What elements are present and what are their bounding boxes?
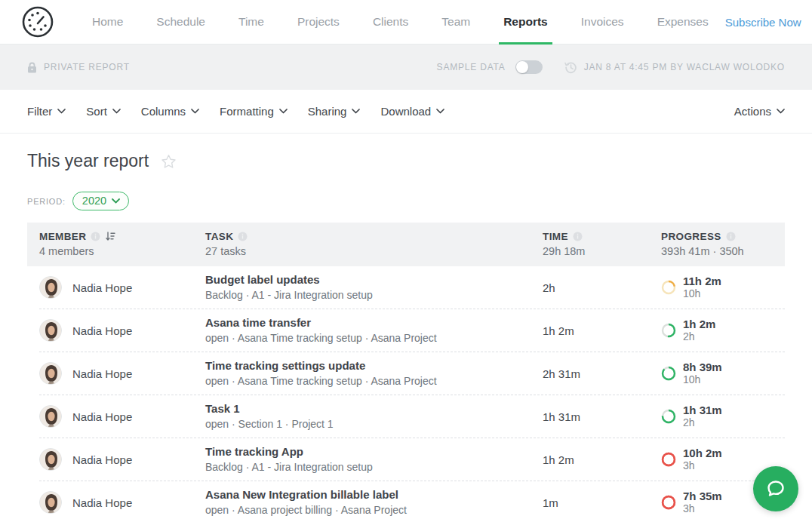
period-select[interactable]: 2020 <box>72 192 129 210</box>
time-cell: 1m <box>543 496 661 509</box>
info-icon[interactable] <box>238 232 248 241</box>
favorite-star-icon[interactable] <box>161 154 177 169</box>
filter-menu[interactable]: Filter <box>27 105 66 118</box>
filter-menu-label: Filter <box>27 105 52 118</box>
progress-summary: 393h 41m · 350h <box>661 245 785 257</box>
progress-budget: 10h <box>683 373 722 386</box>
subscribe-now-link[interactable]: Subscribe Now <box>725 16 801 29</box>
progress-ring-icon <box>661 409 676 424</box>
member-cell[interactable]: Nadia Hope <box>39 491 205 514</box>
nav-item-invoices[interactable]: Invoices <box>564 0 641 45</box>
nav-item-schedule[interactable]: Schedule <box>140 0 222 45</box>
nav-item-projects[interactable]: Projects <box>281 0 356 45</box>
info-icon[interactable] <box>91 232 100 241</box>
table-row[interactable]: Nadia Hope Asana New Integration billabl… <box>39 481 785 519</box>
progress-cell: 11h 2m 10h <box>661 275 785 300</box>
member-name: Nadia Hope <box>72 281 132 294</box>
chevron-down-icon <box>436 109 444 114</box>
report-title[interactable]: This year report <box>27 151 149 171</box>
column-header-time[interactable]: TIME <box>543 231 661 242</box>
task-cell[interactable]: Asana time transfer open · Asana Time tr… <box>205 316 543 345</box>
period-value: 2020 <box>82 195 106 207</box>
task-cell[interactable]: Asana New Integration billable label ope… <box>205 488 543 517</box>
sort-order-icon[interactable] <box>105 232 115 241</box>
task-cell[interactable]: Time tracking settings update open · Asa… <box>205 359 543 388</box>
formatting-menu[interactable]: Formatting <box>220 105 288 118</box>
progress-cell: 8h 39m 10h <box>661 361 785 386</box>
table-row[interactable]: Nadia Hope Budget label updates Backlog … <box>39 266 785 309</box>
nav-item-team[interactable]: Team <box>425 0 487 45</box>
member-avatar <box>39 405 62 428</box>
formatting-menu-label: Formatting <box>220 105 274 118</box>
columns-menu-label: Columns <box>141 105 186 118</box>
member-cell[interactable]: Nadia Hope <box>39 405 205 428</box>
member-cell[interactable]: Nadia Hope <box>39 362 205 385</box>
chat-bubble-icon <box>764 478 787 500</box>
chevron-down-icon <box>112 198 120 204</box>
progress-cell: 1h 31m 2h <box>661 404 785 429</box>
actions-menu-label: Actions <box>734 105 771 118</box>
task-cell[interactable]: Budget label updates Backlog · A1 - Jira… <box>205 273 543 302</box>
nav-item-clients[interactable]: Clients <box>356 0 425 45</box>
sample-data-label: SAMPLE DATA <box>437 62 506 72</box>
table-row[interactable]: Nadia Hope Time tracking settings update… <box>39 352 785 395</box>
nav-item-home[interactable]: Home <box>75 0 140 45</box>
task-cell[interactable]: Time tracking App Backlog · A1 - Jira In… <box>205 445 543 474</box>
member-name: Nadia Hope <box>72 367 132 380</box>
progress-cell: 1h 2m 2h <box>661 318 785 343</box>
actions-menu[interactable]: Actions <box>734 105 785 118</box>
report-meta-bar: PRIVATE REPORT SAMPLE DATA JAN 8 AT 4:45… <box>0 45 812 90</box>
chevron-down-icon <box>777 109 785 114</box>
time-cell: 1h 2m <box>543 453 661 466</box>
table-row[interactable]: Nadia Hope Task 1 open · Section 1 · Pro… <box>39 395 785 438</box>
nav-item-reports[interactable]: Reports <box>487 0 564 45</box>
chat-support-button[interactable] <box>753 466 798 511</box>
info-icon[interactable] <box>573 232 583 241</box>
chevron-down-icon <box>279 109 288 114</box>
column-header-task[interactable]: TASK <box>205 231 543 242</box>
table-row[interactable]: Nadia Hope Asana time transfer open · As… <box>39 309 785 352</box>
progress-ring-icon <box>661 495 676 510</box>
nav-item-expenses[interactable]: Expenses <box>641 0 725 45</box>
task-breadcrumb: open · Asana project billing · Asana Pro… <box>205 504 543 517</box>
info-icon[interactable] <box>726 232 736 241</box>
table-row[interactable]: Nadia Hope Time tracking App Backlog · A… <box>39 438 785 481</box>
column-header-progress[interactable]: PROGRESS <box>661 231 785 242</box>
progress-budget: 2h <box>683 330 715 343</box>
time-summary: 29h 18m <box>543 245 661 257</box>
top-navigation: Home Schedule Time Projects Clients Team… <box>0 0 812 45</box>
task-title: Asana time transfer <box>205 316 543 330</box>
task-cell[interactable]: Task 1 open · Section 1 · Project 1 <box>205 402 543 431</box>
history-icon[interactable] <box>564 61 577 74</box>
progress-time: 8h 39m <box>683 361 722 373</box>
task-title: Time tracking App <box>205 445 543 459</box>
progress-time: 11h 2m <box>683 275 721 287</box>
table-header: MEMBER 4 members TASK 27 tasks TIME 29h <box>27 223 785 266</box>
member-avatar <box>39 276 62 299</box>
chevron-down-icon <box>112 109 121 114</box>
nav-item-time[interactable]: Time <box>222 0 281 45</box>
progress-ring-icon <box>661 452 676 467</box>
main-nav: Home Schedule Time Projects Clients Team… <box>75 0 725 45</box>
download-menu[interactable]: Download <box>380 105 444 118</box>
chevron-down-icon <box>352 109 360 114</box>
task-summary: 27 tasks <box>205 245 543 257</box>
sharing-menu[interactable]: Sharing <box>308 105 361 118</box>
progress-time: 1h 31m <box>683 404 722 416</box>
sort-menu[interactable]: Sort <box>86 105 121 118</box>
member-name: Nadia Hope <box>72 453 132 466</box>
member-name: Nadia Hope <box>72 410 132 423</box>
member-avatar <box>39 491 62 514</box>
column-header-member[interactable]: MEMBER <box>39 231 205 242</box>
sample-data-toggle[interactable] <box>515 60 543 74</box>
member-cell[interactable]: Nadia Hope <box>39 448 205 471</box>
member-name: Nadia Hope <box>72 496 132 509</box>
task-breadcrumb: Backlog · A1 - Jira Integration setup <box>205 289 543 302</box>
member-avatar <box>39 448 62 471</box>
columns-menu[interactable]: Columns <box>141 105 199 118</box>
task-breadcrumb: open · Asana Time tracking setup · Asana… <box>205 375 543 388</box>
member-avatar <box>39 319 62 342</box>
app-logo-icon[interactable] <box>21 5 54 38</box>
member-cell[interactable]: Nadia Hope <box>39 276 205 299</box>
member-cell[interactable]: Nadia Hope <box>39 319 205 342</box>
